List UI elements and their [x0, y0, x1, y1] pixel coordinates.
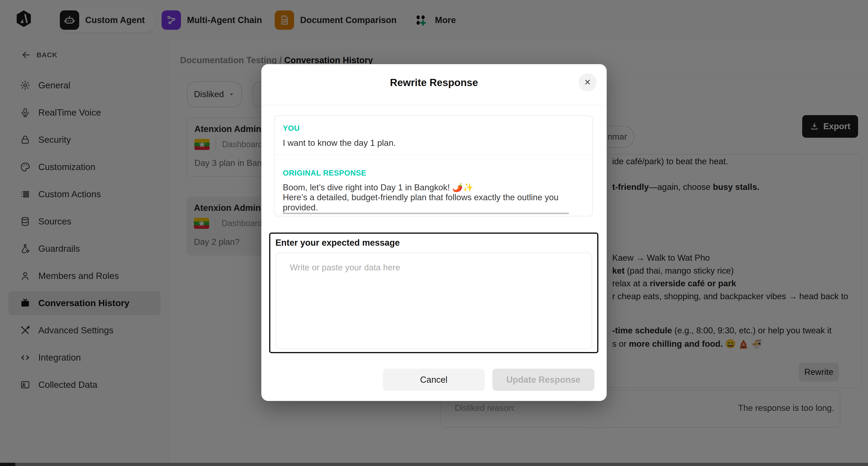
cancel-button[interactable]: Cancel — [383, 369, 485, 391]
conversation-preview-box: YOU I want to know the day 1 plan. ORIGI… — [274, 115, 593, 217]
user-message: I want to know the day 1 plan. — [283, 138, 396, 148]
scroll-indicator[interactable] — [283, 213, 569, 214]
section-divider — [275, 155, 592, 155]
you-section-label: YOU — [283, 124, 300, 133]
original-response-line: Boom, let’s dive right into Day 1 in Ban… — [283, 182, 473, 192]
update-response-button[interactable]: Update Response — [492, 369, 594, 391]
rewrite-response-modal: Rewrite Response ✕ YOU I want to know th… — [261, 64, 607, 401]
expected-message-section: Enter your expected message — [269, 233, 598, 353]
scrollbar-thumb[interactable] — [0, 463, 15, 466]
close-icon: ✕ — [584, 77, 591, 87]
expected-message-label: Enter your expected message — [275, 238, 400, 248]
modal-title: Rewrite Response — [261, 77, 607, 88]
original-response-line: provided. — [283, 203, 318, 212]
close-button[interactable]: ✕ — [579, 73, 596, 91]
app-root: Custom Agent Multi-Agent Chain Docum — [0, 0, 868, 466]
original-response-line: Here’s a detailed, budget-friendly plan … — [283, 193, 558, 202]
expected-message-input[interactable] — [276, 253, 592, 349]
horizontal-scrollbar[interactable] — [0, 463, 868, 466]
original-response-label: ORIGINAL RESPONSE — [283, 169, 366, 177]
